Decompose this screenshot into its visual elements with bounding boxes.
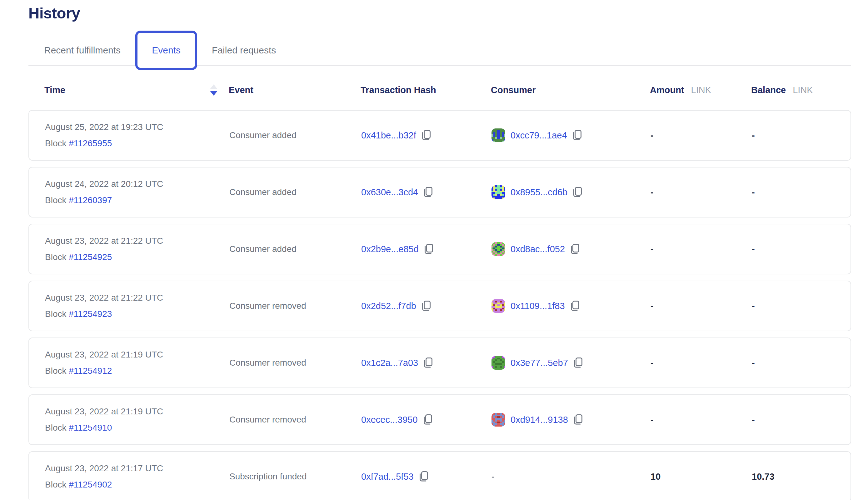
transaction-hash-link[interactable]: 0x630e...3cd4 xyxy=(361,187,418,197)
amount-cell: - xyxy=(651,415,752,425)
transaction-hash-cell: 0x630e...3cd4 xyxy=(361,186,491,198)
event-type-cell: Consumer added xyxy=(229,187,361,197)
block-number-link[interactable]: #11254902 xyxy=(69,480,112,489)
event-timestamp: August 23, 2022 at 21:19 UTC xyxy=(45,346,229,363)
table-row: August 23, 2022 at 21:17 UTC Block #1125… xyxy=(28,451,851,500)
column-header-time-label: Time xyxy=(44,85,65,95)
copy-icon[interactable] xyxy=(572,130,582,141)
amount-cell: - xyxy=(651,130,752,141)
sort-descending-arrow-icon xyxy=(210,91,217,95)
copy-icon[interactable] xyxy=(419,471,429,482)
block-label: Block xyxy=(45,195,66,205)
block-line: Block #11254910 xyxy=(45,420,229,436)
consumer-address-link[interactable]: 0x8955...cd6b xyxy=(511,187,568,197)
block-number-link[interactable]: #11254925 xyxy=(69,252,112,262)
event-type-cell: Consumer added xyxy=(229,130,361,140)
time-cell: August 23, 2022 at 21:19 UTC Block #1125… xyxy=(45,404,229,436)
event-timestamp: August 23, 2022 at 21:17 UTC xyxy=(45,460,229,477)
copy-icon[interactable] xyxy=(570,300,580,311)
table-row: August 23, 2022 at 21:22 UTC Block #1125… xyxy=(28,224,851,274)
consumer-cell: 0x8955...cd6b xyxy=(491,185,651,199)
block-label: Block xyxy=(45,423,66,432)
transaction-hash-link[interactable]: 0xecec...3950 xyxy=(361,415,418,425)
copy-icon[interactable] xyxy=(572,186,582,198)
time-cell: August 23, 2022 at 21:17 UTC Block #1125… xyxy=(45,460,229,493)
block-line: Block #11254923 xyxy=(45,306,229,322)
transaction-hash-cell: 0xecec...3950 xyxy=(361,414,491,425)
copy-icon[interactable] xyxy=(573,357,583,368)
table-row: August 25, 2022 at 19:23 UTC Block #1126… xyxy=(28,110,851,161)
tabs: Recent fulfillments Events Failed reques… xyxy=(28,31,851,70)
balance-cell: - xyxy=(752,415,850,425)
consumer-address-link[interactable]: 0xcc79...1ae4 xyxy=(511,130,567,141)
block-line: Block #11254925 xyxy=(45,249,229,265)
block-number-link[interactable]: #11265955 xyxy=(69,138,112,148)
block-number-link[interactable]: #11254910 xyxy=(69,423,112,432)
transaction-hash-link[interactable]: 0x2d52...f7db xyxy=(361,301,416,311)
tab-failed-requests[interactable]: Failed requests xyxy=(212,45,276,56)
balance-cell: - xyxy=(752,187,850,197)
copy-icon[interactable] xyxy=(423,186,433,198)
copy-icon[interactable] xyxy=(423,414,432,425)
consumer-cell: 0x1109...1f83 xyxy=(491,299,651,313)
block-label: Block xyxy=(45,366,66,376)
column-header-transaction-hash: Transaction Hash xyxy=(361,85,491,95)
column-header-consumer: Consumer xyxy=(491,85,650,95)
table-row: August 23, 2022 at 21:19 UTC Block #1125… xyxy=(28,338,851,388)
table-row: August 24, 2022 at 20:12 UTC Block #1126… xyxy=(28,167,851,217)
transaction-hash-cell: 0x2b9e...e85d xyxy=(361,243,491,255)
tab-events[interactable]: Events xyxy=(135,31,197,70)
balance-cell: - xyxy=(752,301,850,311)
event-type-cell: Subscription funded xyxy=(229,471,361,481)
amount-cell: - xyxy=(651,244,752,254)
event-timestamp: August 23, 2022 at 21:19 UTC xyxy=(45,404,229,420)
column-header-event: Event xyxy=(229,85,361,95)
consumer-cell: 0xd914...9138 xyxy=(491,413,651,427)
block-label: Block xyxy=(45,138,66,148)
event-timestamp: August 23, 2022 at 21:22 UTC xyxy=(45,290,229,306)
copy-icon[interactable] xyxy=(423,357,433,368)
balance-cell: - xyxy=(752,130,850,141)
column-header-balance-label: Balance xyxy=(751,85,786,95)
consumer-identicon xyxy=(491,413,505,427)
block-number-link[interactable]: #11254923 xyxy=(69,309,112,319)
block-label: Block xyxy=(45,252,66,262)
copy-icon[interactable] xyxy=(570,243,580,255)
consumer-address-link[interactable]: 0x1109...1f83 xyxy=(511,301,565,311)
block-label: Block xyxy=(45,309,66,319)
transaction-hash-cell: 0x1c2a...7a03 xyxy=(361,357,491,368)
copy-icon[interactable] xyxy=(424,243,433,255)
amount-cell: - xyxy=(651,187,752,197)
balance-cell: 10.73 xyxy=(752,471,850,482)
transaction-hash-link[interactable]: 0xf7ad...5f53 xyxy=(361,471,414,482)
consumer-address-link[interactable]: 0x3e77...5eb7 xyxy=(511,358,568,368)
event-timestamp: August 24, 2022 at 20:12 UTC xyxy=(45,176,229,192)
block-line: Block #11254912 xyxy=(45,363,229,379)
consumer-cell: 0xcc79...1ae4 xyxy=(491,128,651,142)
consumer-cell: 0xd8ac...f052 xyxy=(491,242,651,256)
consumer-address-link[interactable]: 0xd8ac...f052 xyxy=(511,244,565,254)
amount-unit-label: LINK xyxy=(691,85,711,95)
balance-cell: - xyxy=(752,358,850,368)
block-number-link[interactable]: #11254912 xyxy=(69,366,112,376)
copy-icon[interactable] xyxy=(421,300,431,311)
transaction-hash-link[interactable]: 0x1c2a...7a03 xyxy=(361,358,418,368)
time-cell: August 23, 2022 at 21:19 UTC Block #1125… xyxy=(45,346,229,379)
transaction-hash-link[interactable]: 0x2b9e...e85d xyxy=(361,244,419,254)
copy-icon[interactable] xyxy=(573,414,583,425)
transaction-hash-link[interactable]: 0x41be...b32f xyxy=(361,130,416,141)
balance-cell: - xyxy=(752,244,850,254)
block-number-link[interactable]: #11260397 xyxy=(69,195,112,205)
time-cell: August 23, 2022 at 21:22 UTC Block #1125… xyxy=(45,290,229,322)
copy-icon[interactable] xyxy=(421,130,431,141)
consumer-address-link[interactable]: 0xd914...9138 xyxy=(511,415,568,425)
tab-recent-fulfillments[interactable]: Recent fulfillments xyxy=(44,45,121,56)
table-row: August 23, 2022 at 21:19 UTC Block #1125… xyxy=(28,394,851,445)
time-cell: August 25, 2022 at 19:23 UTC Block #1126… xyxy=(45,119,229,151)
sort-descending-icon[interactable] xyxy=(210,84,217,95)
block-line: Block #11260397 xyxy=(45,192,229,208)
consumer-identicon xyxy=(491,356,505,370)
sort-ascending-arrow-icon xyxy=(210,84,217,89)
time-cell: August 23, 2022 at 21:22 UTC Block #1125… xyxy=(45,233,229,265)
page-title: History xyxy=(28,4,868,22)
